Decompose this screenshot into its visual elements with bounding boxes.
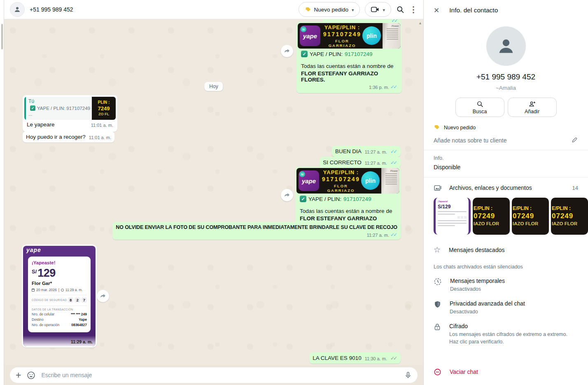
message-time: 1:36 p. m. (369, 85, 389, 90)
receipt-paper-fragment: Flower (381, 168, 399, 194)
forward-message-button[interactable] (97, 290, 109, 302)
transaction-data-label: DATOS DE LA TRANSACCIÓN (32, 308, 87, 311)
incoming-message[interactable]: Hoy puedo ir a recoger? 11:01 a. m. (23, 131, 114, 142)
microphone-icon (404, 371, 412, 379)
close-icon[interactable] (434, 6, 439, 15)
caption-line2: Todas las cuentas están a nombre de (300, 208, 396, 214)
outgoing-message[interactable]: LA CLAVE ES 9010 11:30 a. m. (309, 352, 401, 364)
media-count: 14 (572, 185, 578, 191)
archived-muted-note: Los chats archivados están silenciados (424, 256, 588, 272)
media-thumbnails: ¡Yapeaste! S/129 E/PLIN : 07249 IAZO FLO… (424, 197, 588, 240)
whatsapp-app: +51 995 989 452 Nuevo pedido (0, 0, 588, 385)
yape-logo: S/yape (299, 170, 319, 191)
outgoing-message[interactable]: NO OLVIDE ENVIAR LA FOTO DE SU COMPROBAN… (112, 222, 401, 240)
scrollbar-up-arrow[interactable] (418, 21, 422, 25)
order-label-button[interactable]: Nuevo pedido (299, 2, 360, 17)
contact-avatar-large[interactable] (486, 26, 526, 66)
message-text: Hoy puedo ir a recoger? (26, 134, 86, 140)
read-ticks-icon (390, 149, 397, 154)
pencil-icon[interactable] (572, 137, 578, 144)
add-contact-label: Añadir (525, 109, 539, 114)
about-label: Info. (434, 155, 578, 161)
security-code-label: CÓDIGO DE SEGURIDAD (32, 299, 67, 301)
yape-plin-banner-image[interactable]: S/yape YAPE/PLIN : 917107249 FLOR GARRIA… (298, 23, 401, 49)
advanced-privacy-row[interactable]: Privacidad avanzada del chat Desactivado (424, 295, 588, 317)
disappearing-messages-row[interactable]: Mensajes temporales Desactivados (424, 272, 588, 295)
label-tag-icon (434, 124, 440, 131)
media-links-docs-row[interactable]: Archivos, enlaces y documentos 14 (424, 177, 588, 197)
chat-contact-name[interactable]: +51 995 989 452 (30, 6, 73, 13)
yape-plin-image-message[interactable]: S/yape YAPE/PLIN : 917107249 FLOR GARRIA… (296, 22, 402, 93)
panel-title: Info. del contacto (449, 7, 498, 14)
lock-icon (434, 323, 441, 331)
forward-message-button[interactable] (281, 189, 293, 201)
outgoing-message[interactable]: BUEN DIA 11:27 a. m. (332, 146, 401, 157)
contact-avatar[interactable] (10, 2, 25, 17)
person-icon (13, 5, 21, 14)
encryption-title: Cifrado (449, 323, 573, 329)
message-time: 11:27 a. m. (367, 233, 389, 238)
quote-preview-text: YAPE / PLIN: 917107249 (37, 106, 90, 111)
quote-ellipsis: ... (28, 112, 89, 117)
banner-text: YAPE/PLIN : 917107249 FLOR GARRIAZO FLOR… (322, 24, 363, 49)
receipt-paper-fragment: Flower (383, 23, 401, 49)
media-thumbnail-receipt[interactable]: ¡Yapeaste! S/129 (434, 198, 471, 235)
quoted-message-preview[interactable]: Tú YAPE / PLIN: 917107249 ... PLIN : 724… (24, 97, 116, 120)
message-time: 11:27 a. m. (365, 161, 387, 166)
video-camera-icon (371, 7, 379, 12)
chevron-down-icon (383, 7, 385, 13)
add-contact-button[interactable]: Añadir (508, 98, 557, 117)
menu-button[interactable] (409, 5, 418, 14)
receipt-card: ¡Yapeaste! S/ 129 Flor Gar* 20 mar. 2026… (28, 257, 91, 332)
quoted-reply-message[interactable]: Tú YAPE / PLIN: 917107249 ... PLIN : 724… (23, 95, 117, 132)
search-chat-label: Busca (473, 109, 487, 114)
contact-actions: Busca Añadir (424, 98, 588, 117)
message-caption: YAPE / PLIN: 917107249 Todas las cuentas… (298, 49, 401, 92)
clear-chat-row[interactable]: Vaciar chat (424, 362, 588, 382)
message-text: BUEN DIA (335, 148, 362, 154)
search-button[interactable] (396, 5, 404, 14)
about-block: Info. Disponible (424, 150, 588, 176)
video-call-button[interactable] (365, 2, 391, 17)
encryption-row[interactable]: Cifrado Los mensajes están cifrados de e… (424, 317, 588, 348)
media-thumbnail-plin[interactable]: E/PLIN : 07249 IAZO FLOR (551, 198, 588, 235)
receipt-title: ¡Yapeaste! (32, 260, 87, 265)
forward-arrow-icon (283, 191, 291, 199)
media-thumbnail-plin[interactable]: E/PLIN : 07249 IAZO FLOR (473, 198, 510, 235)
chat-header-actions: Nuevo pedido (299, 2, 418, 17)
customer-notes-row[interactable]: Añade notas sobre tu cliente (434, 137, 578, 144)
banner-text: YAPE/PLIN : 917107249 FLOR GARRIAZO FLOR… (320, 169, 362, 194)
yape-receipt-image[interactable]: yape ¡Yapeaste! S/ 129 Flor Gar* 20 mar.… (23, 246, 96, 346)
about-value: Disponible (434, 164, 578, 170)
media-thumbnail-plin[interactable]: E/PLIN : 07249 IAZO FLOR (512, 198, 549, 235)
yape-receipt-image-message[interactable]: yape ¡Yapeaste! S/ 129 Flor Gar* 20 mar.… (22, 245, 97, 348)
read-ticks-icon (390, 84, 397, 90)
block-contact-row[interactable]: Bloquear a +51 995 989 452 (424, 382, 588, 385)
sticker-button[interactable] (27, 371, 35, 380)
message-list[interactable]: S/yape YAPE/PLIN : 917107249 FLOR GARRIA… (4, 19, 423, 365)
quote-thumbnail: PLIN : 7249 ZO FL (92, 97, 116, 120)
message-input[interactable] (41, 372, 399, 378)
forward-message-button[interactable] (281, 45, 293, 57)
composer-pill (10, 367, 418, 383)
receipt-recipient: Flor Gar* (32, 281, 87, 286)
check-emoji-icon (30, 105, 35, 111)
starred-messages-row[interactable]: Mensajes destacados (424, 240, 588, 256)
yape-plin-banner-image[interactable]: S/yape YAPE/PLIN : 917107249 FLOR GARRIA… (296, 168, 399, 194)
chatlist-scrollbar[interactable] (1, 24, 3, 49)
panel-header: Info. del contacto (424, 0, 588, 21)
attach-button[interactable] (16, 371, 21, 380)
media-photos-icon (434, 184, 442, 192)
message-time: 11:27 a. m. (365, 149, 387, 154)
disappearing-title: Mensajes temporales (450, 278, 505, 284)
outgoing-message[interactable]: SI CORRECTO 11:27 a. m. (320, 157, 401, 168)
caption-number: 917107249 (345, 51, 373, 57)
chatlist-edge (0, 0, 4, 385)
voice-message-button[interactable] (404, 371, 412, 379)
contact-info-panel: Info. del contacto +51 995 989 452 ~Amal… (423, 0, 588, 385)
caption-line3: FLOR ESTEFANY GARRIAZO FLORES. (301, 70, 397, 83)
label-tag-icon (305, 7, 311, 13)
label-row[interactable]: Nuevo pedido (434, 124, 588, 131)
contact-alias: ~Amalia (424, 85, 588, 91)
search-chat-button[interactable]: Busca (455, 98, 504, 117)
